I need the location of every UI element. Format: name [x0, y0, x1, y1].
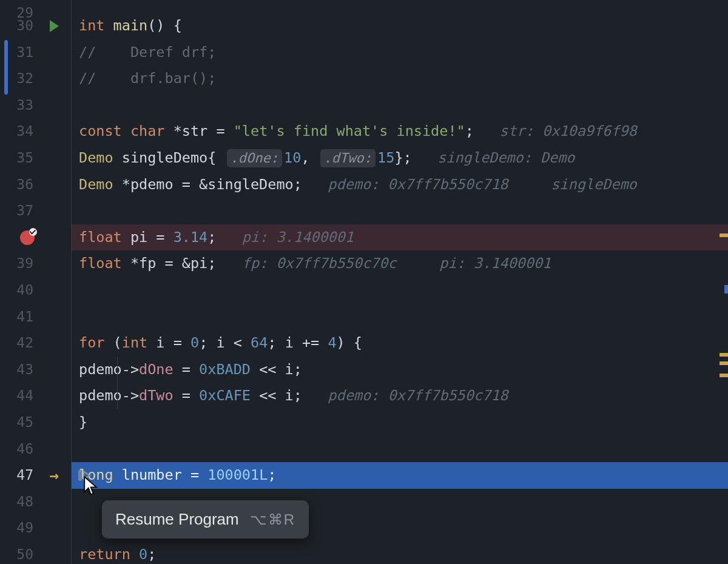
line-number[interactable]: 39	[0, 250, 33, 277]
line-number[interactable]: 30	[0, 13, 33, 39]
code-line[interactable]	[72, 198, 728, 224]
line-number[interactable]: 34	[0, 118, 33, 145]
inline-debug-value: singleDemo	[551, 172, 636, 198]
code-line[interactable]: // drf.bar();	[72, 65, 728, 92]
code-line[interactable]: for (int i = 0; i < 64; i += 4) {	[72, 330, 728, 357]
line-number[interactable]: 48	[0, 489, 33, 515]
line-number[interactable]: 36	[0, 172, 33, 198]
line-number[interactable]: 44	[0, 383, 33, 409]
code-line[interactable]: Demo singleDemo{ .dOne:10, .dTwo:15}; si…	[72, 145, 728, 172]
marker-strip[interactable]	[718, 0, 728, 564]
line-number[interactable]: 47	[0, 462, 33, 489]
line-number[interactable]: 35	[0, 145, 33, 172]
breakpoint-icon[interactable]	[11, 224, 44, 251]
info-marker[interactable]	[724, 285, 728, 294]
tooltip: Resume Program ⌥⌘R	[102, 500, 309, 539]
gutter: 29 30 31 32 33 34 35 36 37 38 39 40 41 4…	[0, 0, 72, 564]
tooltip-label: Resume Program	[115, 510, 239, 529]
tooltip-shortcut: ⌥⌘R	[250, 511, 295, 528]
warning-marker[interactable]	[720, 361, 728, 365]
code-line[interactable]	[72, 92, 728, 119]
line-number[interactable]: 50	[0, 542, 33, 564]
svg-rect-0	[79, 471, 81, 480]
inline-debug-value: singleDemo: Demo	[437, 145, 575, 172]
run-gutter-icon[interactable]	[38, 13, 70, 39]
line-number[interactable]: 40	[0, 277, 33, 304]
line-number[interactable]: 31	[0, 39, 33, 66]
editor-body[interactable]: int main() { // Deref drf; // drf.bar();…	[72, 0, 728, 564]
code-line-execution[interactable]: long lnumber = 100001L;	[72, 462, 728, 489]
line-number[interactable]: 33	[0, 92, 33, 119]
code-editor: 29 30 31 32 33 34 35 36 37 38 39 40 41 4…	[0, 0, 728, 564]
line-number[interactable]: 45	[0, 409, 33, 436]
warning-marker[interactable]	[720, 233, 728, 237]
code-line[interactable]	[72, 304, 728, 331]
indent-guide	[117, 357, 118, 409]
inline-debug-value: pdemo: 0x7ff7b550c718	[328, 383, 508, 409]
execution-pointer-icon: →	[38, 462, 70, 489]
code-line-breakpoint[interactable]: float pi = 3.14; pi: 3.1400001	[72, 224, 728, 251]
inline-debug-value: pi: 3.1400001	[242, 224, 354, 251]
inline-debug-value: str: 0x10a9f6f98	[499, 118, 636, 145]
line-number[interactable]: 41	[0, 304, 33, 331]
inline-debug-value: fp: 0x7ff7b550c70c	[242, 250, 397, 277]
line-number[interactable]: 49	[0, 515, 33, 542]
line-number[interactable]: 42	[0, 330, 33, 357]
inline-debug-value: pi: 3.1400001	[439, 250, 551, 277]
line-number[interactable]: 37	[0, 198, 33, 224]
warning-marker[interactable]	[720, 353, 728, 357]
line-number[interactable]: 32	[0, 65, 33, 92]
line-number[interactable]: 46	[0, 436, 33, 463]
code-line[interactable]: float *fp = &pi; fp: 0x7ff7b550c70c pi: …	[72, 250, 728, 277]
code-line[interactable]	[72, 436, 728, 463]
code-line[interactable]: pdemo->dOne = 0xBADD << i;	[72, 357, 728, 383]
code-line[interactable]: int main() {	[72, 13, 728, 39]
line-number[interactable]: 43	[0, 357, 33, 383]
code-line[interactable]: Demo *pdemo = &singleDemo; pdemo: 0x7ff7…	[72, 172, 728, 198]
code-line[interactable]: pdemo->dTwo = 0xCAFE << i; pdemo: 0x7ff7…	[72, 383, 728, 409]
warning-marker[interactable]	[720, 374, 728, 377]
code-line[interactable]: // Deref drf;	[72, 39, 728, 66]
code-line[interactable]: }	[72, 409, 728, 436]
inlay-hint: .dOne:	[227, 149, 282, 167]
code-line[interactable]: return 0;	[72, 542, 728, 564]
code-line[interactable]: const char *str = "let's find what's ins…	[72, 118, 728, 145]
code-line[interactable]	[72, 277, 728, 304]
run-to-cursor-icon[interactable]	[75, 462, 94, 489]
inline-debug-value: pdemo: 0x7ff7b550c718	[328, 172, 508, 198]
inlay-hint: .dTwo:	[320, 149, 376, 167]
